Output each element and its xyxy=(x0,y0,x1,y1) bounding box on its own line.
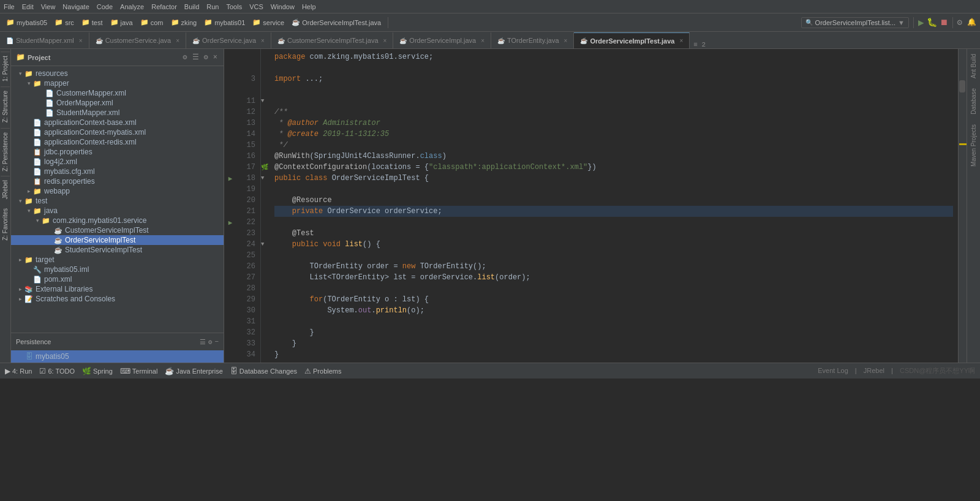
list-item[interactable]: 🔧 mybatis05.iml xyxy=(11,265,224,274)
menu-build[interactable]: Build xyxy=(184,3,199,10)
toolbar-src[interactable]: 📁src xyxy=(52,17,77,28)
bottom-todo[interactable]: ☑ 6: TODO xyxy=(39,367,75,375)
sidebar-settings-icon[interactable]: ⚙ xyxy=(181,51,188,63)
menu-view[interactable]: View xyxy=(41,3,56,10)
list-item[interactable]: 📄 applicationContext-mybatis.xml xyxy=(11,127,224,137)
list-item[interactable]: ☕ StudentServiceImplTest xyxy=(11,245,224,255)
tab-overflow[interactable]: ≡ 2 xyxy=(690,41,709,48)
toolbar-java[interactable]: 📁java xyxy=(108,17,135,28)
bottom-problems[interactable]: ⚠ Problems xyxy=(304,367,341,375)
menu-analyze[interactable]: Analyze xyxy=(120,3,144,10)
list-item[interactable]: ▾ 📁 com.zking.mybatis01.service xyxy=(11,216,224,225)
tab-close-studentmapper[interactable]: × xyxy=(79,37,83,44)
run-button[interactable]: ▶ xyxy=(918,17,924,29)
left-icon-favorites[interactable]: Z: Favorites xyxy=(1,205,10,244)
left-icon-project[interactable]: 1: Project xyxy=(1,51,10,85)
list-item[interactable]: 📄 applicationContext-base.xml xyxy=(11,118,224,127)
menu-navigate[interactable]: Navigate xyxy=(62,3,89,10)
list-item[interactable]: ▾ 📁 java xyxy=(11,206,224,216)
list-item[interactable]: 📋 redis.properties xyxy=(11,176,224,186)
bottom-db-changes[interactable]: 🗄 Database Changes xyxy=(230,367,297,375)
code-area[interactable]: package com.zking.mybatis01.service; imp… xyxy=(270,49,958,363)
list-item[interactable]: 📄 StudentMapper.xml xyxy=(11,108,224,118)
tab-orderserviceimpl[interactable]: ☕ OrderServiceImpl.java × xyxy=(393,32,491,48)
bottom-spring[interactable]: 🌿 Spring xyxy=(82,367,113,375)
run-method-icon[interactable]: ▶ xyxy=(224,217,236,228)
bottom-run[interactable]: ▶ 4: Run xyxy=(5,367,32,375)
tab-close-osi[interactable]: × xyxy=(481,37,484,44)
list-item-orderservice-selected[interactable]: ☕ OrderServiceImplTest xyxy=(11,235,224,245)
list-item[interactable]: 📄 CustomerMapper.xml xyxy=(11,88,224,98)
scrollbar-track[interactable] xyxy=(958,49,967,363)
update-button[interactable]: 🔔 xyxy=(967,18,976,27)
menu-vcs[interactable]: VCS xyxy=(249,3,263,10)
menu-window[interactable]: Window xyxy=(271,3,295,10)
stop-button[interactable]: ⏹ xyxy=(940,18,948,28)
menu-help[interactable]: Help xyxy=(302,3,316,10)
sidebar-gear-icon[interactable]: ⚙ xyxy=(203,51,209,63)
toolbar-service[interactable]: 📁service xyxy=(250,17,287,28)
code-line-4 xyxy=(274,85,953,96)
fold-icon-class[interactable]: ▼ xyxy=(261,173,270,184)
bottom-java-enterprise[interactable]: ☕ Java Enterprise xyxy=(165,367,222,375)
list-item[interactable]: 📄 pom.xml xyxy=(11,274,224,284)
tab-close-cs[interactable]: × xyxy=(176,37,179,44)
tab-close-toe[interactable]: × xyxy=(564,37,568,44)
right-panel-database[interactable]: Database xyxy=(969,83,978,119)
java-test-icon-2: ☕ xyxy=(580,37,587,44)
bottom-terminal[interactable]: ⌨ Terminal xyxy=(120,367,158,375)
tab-close-osit[interactable]: × xyxy=(679,37,683,44)
toolbar-mybatis01[interactable]: 📁mybatis01 xyxy=(202,17,247,28)
persistence-settings-icon[interactable]: ⚙ xyxy=(208,338,213,346)
menu-run[interactable]: Run xyxy=(206,3,219,10)
right-panel-ant[interactable]: Ant Build xyxy=(969,49,978,83)
scrollbar-thumb[interactable] xyxy=(959,80,965,92)
left-icon-jrebel[interactable]: JRebel xyxy=(1,176,10,203)
tab-close-cit[interactable]: × xyxy=(383,37,387,44)
settings-button[interactable]: ⚙ xyxy=(957,17,962,28)
toolbar-test[interactable]: 📁test xyxy=(79,17,105,28)
debug-button[interactable]: 🐛 xyxy=(927,17,937,28)
list-item[interactable]: ▸ 📚 External Libraries xyxy=(11,284,224,294)
tab-close-os[interactable]: × xyxy=(261,37,265,44)
tab-torderentity[interactable]: ☕ TOrderEntity.java × xyxy=(491,32,574,48)
run-class-icon[interactable]: ▶ xyxy=(224,173,236,184)
list-item[interactable]: 📄 mybatis.cfg.xml xyxy=(11,167,224,176)
menu-refactor[interactable]: Refactor xyxy=(151,3,177,10)
sidebar-layout-icon[interactable]: ☰ xyxy=(191,51,200,63)
menu-file[interactable]: File xyxy=(4,3,15,10)
list-item[interactable]: ▸ 📁 target xyxy=(11,255,224,265)
persistence-item-mybatis[interactable]: 🗄 mybatis05 xyxy=(11,350,224,363)
run-config-selector[interactable]: 🔍 OrderServiceImplTest.list... ▼ xyxy=(801,17,909,28)
menu-code[interactable]: Code xyxy=(97,3,113,10)
list-item[interactable]: 📄 log4j2.xml xyxy=(11,157,224,167)
fold-icon-method[interactable]: ▼ xyxy=(261,239,270,250)
sidebar-close-icon[interactable]: × xyxy=(212,52,219,63)
list-item[interactable]: 📄 applicationContext-redis.xml xyxy=(11,137,224,147)
list-item[interactable]: ▸ 📁 webapp xyxy=(11,186,224,196)
folder-icon: 📁 xyxy=(33,80,42,88)
list-item[interactable]: 📄 OrderMapper.xml xyxy=(11,98,224,108)
left-icon-structure[interactable]: Z: Structure xyxy=(1,86,10,126)
list-item[interactable]: 📋 jdbc.properties xyxy=(11,147,224,157)
persistence-minus-icon[interactable]: − xyxy=(214,338,219,345)
toolbar-com[interactable]: 📁com xyxy=(138,17,166,28)
tab-customerimpltest[interactable]: ☕ CustomerServiceImplTest.java × xyxy=(271,32,393,48)
tab-orderserviceimpltest[interactable]: ☕ OrderServiceImplTest.java × xyxy=(574,32,690,48)
menu-edit[interactable]: Edit xyxy=(22,3,34,10)
toolbar-zking[interactable]: 📁zking xyxy=(168,17,200,28)
list-item[interactable]: ▾ 📁 mapper xyxy=(11,78,224,88)
tab-orderservice[interactable]: ☕ OrderService.java × xyxy=(186,32,271,48)
tab-customerservice[interactable]: ☕ CustomerService.java × xyxy=(89,32,186,48)
list-item[interactable]: ▾ 📁 resources xyxy=(11,69,224,78)
left-icon-persistence[interactable]: Z: Persistence xyxy=(1,128,10,175)
persistence-layout-icon[interactable]: ☰ xyxy=(200,338,206,346)
list-item[interactable]: ▾ 📁 test xyxy=(11,196,224,206)
right-panel-maven[interactable]: Maven Projects xyxy=(969,119,978,171)
menu-tools[interactable]: Tools xyxy=(226,3,242,10)
tab-studentmapper[interactable]: 📄 StudentMapper.xml × xyxy=(0,32,89,48)
list-item-scratches[interactable]: ▸ 📝 Scratches and Consoles xyxy=(11,294,224,304)
toolbar-file[interactable]: ☕OrderServiceImplTest.java xyxy=(289,17,383,28)
list-item[interactable]: ☕ CustomerServiceImplTest xyxy=(11,225,224,235)
fold-icon-javadoc[interactable]: ▼ xyxy=(261,96,270,107)
